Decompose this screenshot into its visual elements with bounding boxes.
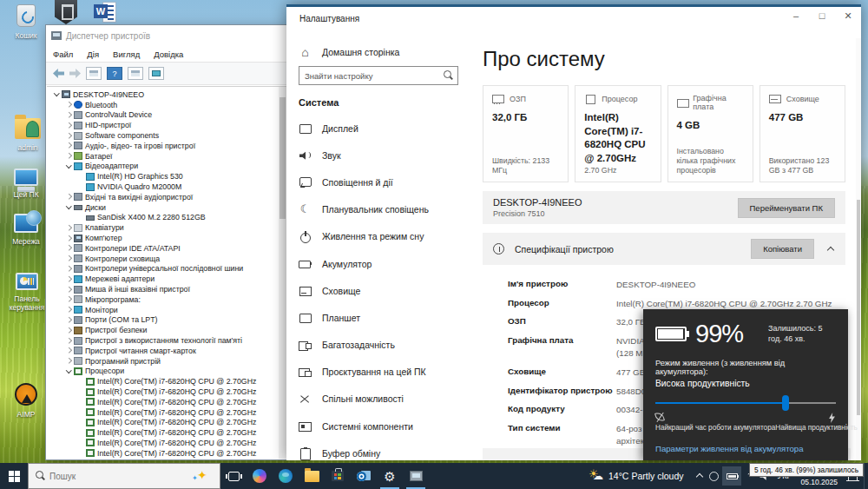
device-tree-item[interactable]: Диски [47, 202, 286, 213]
expand-chevron-icon[interactable] [64, 193, 73, 202]
device-tree-item[interactable]: Software components [47, 130, 286, 141]
power-mode-slider[interactable] [655, 395, 836, 411]
device-tree-item[interactable]: Контролери IDE ATA/ATAPI [47, 243, 286, 254]
desktop-icon-aimp[interactable]: AIMP [7, 383, 45, 420]
expand-chevron-icon[interactable] [64, 101, 73, 109]
device-tree-item[interactable]: NVIDIA Quadro M2000M [47, 182, 286, 192]
device-tree-item[interactable]: Батареї [47, 151, 286, 162]
expand-chevron-icon[interactable] [64, 306, 73, 314]
sidebar-item[interactable]: Сповіщення й дії [286, 169, 469, 195]
slider-thumb[interactable] [782, 395, 789, 411]
expand-chevron-icon[interactable] [64, 315, 73, 324]
device-tree-item[interactable]: Мікропрограма: [47, 294, 286, 305]
expand-chevron-icon[interactable] [64, 203, 73, 212]
expand-chevron-icon[interactable] [64, 274, 73, 283]
sidebar-item[interactable]: Сховище [286, 277, 469, 304]
expand-chevron-icon[interactable] [64, 367, 73, 375]
expand-chevron-icon[interactable] [64, 162, 73, 170]
sidebar-item[interactable]: Спільні можливості [286, 386, 469, 413]
scrollbar-thumb[interactable] [279, 97, 286, 219]
menu-item[interactable]: Вигляд [106, 50, 147, 59]
device-tree-item[interactable]: Intel(R) Core(TM) i7-6820HQ CPU @ 2.70GH… [47, 387, 286, 397]
desktop-icon-control-panel[interactable]: Панель керування [5, 273, 49, 313]
device-tree-item[interactable]: Комп'ютер [47, 233, 286, 243]
sidebar-item[interactable]: Звук [286, 142, 469, 169]
device-tree-item[interactable]: Миша й інші вказівні пристрої [47, 284, 286, 294]
menu-item[interactable]: Довідка [147, 50, 190, 59]
sidebar-item[interactable]: Живлення та режим сну [286, 223, 469, 250]
expand-chevron-icon[interactable] [64, 336, 73, 345]
taskbar-app-file-explorer[interactable] [299, 463, 325, 489]
device-tree-item[interactable]: Вхідні та вихідні аудіопристрої [47, 192, 286, 202]
desktop-icon-user-folder[interactable]: admin [7, 118, 49, 153]
device-tree-item[interactable]: Intel(R) Core(TM) i7-6820HQ CPU @ 2.70GH… [47, 448, 286, 459]
taskbar-app-edge[interactable] [273, 463, 299, 489]
tray-battery-icon[interactable] [722, 466, 741, 486]
taskbar-weather[interactable]: 14°C Partly cloudy [582, 469, 691, 483]
device-tree-item[interactable]: Контролери сховища [47, 254, 286, 264]
device-tree-item[interactable]: Пристрої з використанням технології пам'… [47, 335, 286, 346]
device-tree-item[interactable]: Монітори [47, 305, 286, 315]
taskbar-app-copilot[interactable] [247, 463, 273, 489]
device-tree-item[interactable]: Intel(R) HD Graphics 530 [47, 171, 286, 182]
device-tree-item[interactable]: Порти (COM та LPT) [47, 315, 286, 326]
desktop-icon-recycle-bin[interactable]: Кошик [7, 4, 45, 41]
start-button[interactable] [0, 463, 28, 489]
collapse-chevron-icon[interactable] [826, 245, 835, 254]
menu-item[interactable]: Файл [46, 50, 80, 59]
scrollbar-thumb[interactable] [857, 200, 860, 415]
show-desktop-button[interactable] [864, 463, 868, 489]
maximize-button[interactable]: □ [809, 7, 835, 26]
expand-chevron-icon[interactable] [64, 234, 73, 242]
sidebar-item[interactable]: Багатозадачність [286, 332, 469, 359]
taskbar-clock[interactable]: 05.10.2025 [797, 478, 841, 486]
expand-chevron-icon[interactable] [64, 244, 73, 253]
copy-button[interactable]: Копіювати [751, 239, 814, 259]
sidebar-item[interactable]: Планшет [286, 304, 469, 331]
taskbar-app-store[interactable] [325, 463, 351, 489]
device-tree-scrollbar[interactable] [279, 87, 286, 459]
tray-app-icon[interactable] [709, 472, 719, 481]
sidebar-item[interactable]: Системні компоненти [286, 413, 469, 439]
properties-icon[interactable] [128, 67, 143, 80]
taskbar-search-box[interactable] [28, 463, 220, 489]
device-tree-item[interactable]: HID-пристрої [47, 120, 286, 130]
help-icon[interactable]: ? [107, 67, 122, 80]
expand-chevron-icon[interactable] [64, 121, 73, 129]
sidebar-item[interactable]: Акумулятор [286, 250, 469, 277]
expand-chevron-icon[interactable] [64, 131, 73, 140]
expand-chevron-icon[interactable] [64, 295, 73, 304]
device-tree-item[interactable]: Програмний пристрій [47, 356, 286, 367]
taskbar-search-input[interactable] [49, 472, 192, 481]
minimize-button[interactable]: – [783, 7, 809, 26]
taskbar-app-settings[interactable]: ⚙ [377, 463, 403, 489]
close-button[interactable]: ✕ [835, 7, 861, 26]
expand-chevron-icon[interactable] [52, 90, 61, 99]
settings-search-input[interactable] [299, 71, 442, 81]
sidebar-item[interactable]: Проєктування на цей ПК [286, 359, 469, 386]
device-specs-panel[interactable]: Специфікації пристрою Копіювати [483, 233, 845, 265]
desktop-icon-this-pc[interactable]: Цей ПК [7, 169, 45, 200]
device-tree-item[interactable]: Intel(R) Core(TM) i7-6820HQ CPU @ 2.70GH… [47, 427, 286, 438]
device-tree-item[interactable]: Intel(R) Core(TM) i7-6820HQ CPU @ 2.70GH… [47, 376, 286, 387]
expand-chevron-icon[interactable] [64, 223, 73, 232]
device-manager-titlebar[interactable]: Диспетчер пристроїв [46, 25, 287, 46]
expand-chevron-icon[interactable] [64, 110, 73, 119]
device-tree-item[interactable]: DESKTOP-4I9NEEO [47, 89, 286, 100]
expand-chevron-icon[interactable] [64, 142, 73, 150]
forward-arrow-icon[interactable] [69, 69, 81, 78]
device-tree-item[interactable]: Процесори [47, 367, 286, 377]
sidebar-item[interactable]: Буфер обміну [286, 439, 469, 460]
device-tree-item[interactable]: Пристрої читання смарт-карток [47, 346, 286, 356]
expand-chevron-icon[interactable] [64, 347, 73, 355]
device-tree-item[interactable]: Intel(R) Core(TM) i7-6820HQ CPU @ 2.70GH… [47, 438, 286, 448]
device-tree-item[interactable]: Intel(R) Core(TM) i7-6820HQ CPU @ 2.70GH… [47, 407, 286, 418]
show-console-tree-icon[interactable] [86, 67, 102, 80]
taskbar-app-task-view[interactable] [220, 463, 247, 489]
device-tree-item[interactable]: Intel(R) Core(TM) i7-6820HQ CPU @ 2.70GH… [47, 418, 286, 428]
sidebar-item[interactable]: Планувальник сповіщень [286, 196, 469, 223]
copilot-sparkle-icon[interactable] [192, 466, 214, 486]
rename-pc-button[interactable]: Перейменувати ПК [738, 198, 835, 218]
expand-chevron-icon[interactable] [64, 254, 73, 263]
tray-overflow-chevron-icon[interactable] [694, 470, 706, 482]
